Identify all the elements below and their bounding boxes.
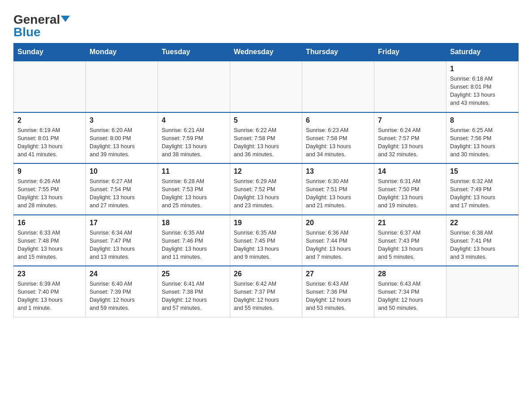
day-info: Sunrise: 6:35 AM Sunset: 7:45 PM Dayligh… (234, 229, 298, 261)
calendar-cell: 16Sunrise: 6:33 AM Sunset: 7:48 PM Dayli… (14, 215, 86, 266)
calendar-cell: 11Sunrise: 6:28 AM Sunset: 7:53 PM Dayli… (158, 163, 230, 215)
day-info: Sunrise: 6:43 AM Sunset: 7:36 PM Dayligh… (306, 280, 370, 313)
calendar-cell (302, 61, 374, 112)
day-info: Sunrise: 6:43 AM Sunset: 7:34 PM Dayligh… (378, 280, 442, 313)
day-info: Sunrise: 6:27 AM Sunset: 7:54 PM Dayligh… (90, 177, 154, 210)
day-info: Sunrise: 6:25 AM Sunset: 7:56 PM Dayligh… (450, 126, 515, 159)
day-info: Sunrise: 6:19 AM Sunset: 8:01 PM Dayligh… (17, 126, 82, 159)
day-number: 25 (162, 270, 226, 278)
day-number: 20 (306, 219, 370, 227)
day-info: Sunrise: 6:38 AM Sunset: 7:41 PM Dayligh… (450, 229, 515, 261)
day-number: 4 (162, 116, 226, 124)
calendar-cell: 18Sunrise: 6:35 AM Sunset: 7:46 PM Dayli… (158, 215, 230, 266)
calendar-cell: 23Sunrise: 6:39 AM Sunset: 7:40 PM Dayli… (14, 266, 86, 317)
calendar-cell: 5Sunrise: 6:22 AM Sunset: 7:58 PM Daylig… (230, 112, 302, 164)
day-number: 5 (234, 116, 298, 124)
page-header: General Blue (13, 9, 519, 39)
day-number: 1 (450, 65, 515, 73)
day-info: Sunrise: 6:32 AM Sunset: 7:49 PM Dayligh… (450, 177, 515, 210)
day-number: 23 (17, 270, 82, 278)
calendar-table: SundayMondayTuesdayWednesdayThursdayFrid… (13, 43, 519, 317)
calendar-cell (158, 61, 230, 112)
day-info: Sunrise: 6:22 AM Sunset: 7:58 PM Dayligh… (234, 126, 298, 159)
calendar-cell (14, 61, 86, 112)
calendar-cell (230, 61, 302, 112)
day-number: 24 (90, 270, 154, 278)
day-info: Sunrise: 6:21 AM Sunset: 7:59 PM Dayligh… (162, 126, 226, 159)
calendar-week-2: 2Sunrise: 6:19 AM Sunset: 8:01 PM Daylig… (14, 112, 519, 164)
day-info: Sunrise: 6:23 AM Sunset: 7:58 PM Dayligh… (306, 126, 370, 159)
day-info: Sunrise: 6:31 AM Sunset: 7:50 PM Dayligh… (378, 177, 442, 210)
calendar-cell (374, 61, 446, 112)
day-info: Sunrise: 6:37 AM Sunset: 7:43 PM Dayligh… (378, 229, 442, 261)
day-info: Sunrise: 6:33 AM Sunset: 7:48 PM Dayligh… (17, 229, 82, 261)
calendar-cell: 19Sunrise: 6:35 AM Sunset: 7:45 PM Dayli… (230, 215, 302, 266)
weekday-header-wednesday: Wednesday (230, 43, 302, 61)
calendar-cell: 27Sunrise: 6:43 AM Sunset: 7:36 PM Dayli… (302, 266, 374, 317)
day-info: Sunrise: 6:18 AM Sunset: 8:01 PM Dayligh… (450, 75, 515, 107)
calendar-cell: 20Sunrise: 6:36 AM Sunset: 7:44 PM Dayli… (302, 215, 374, 266)
weekday-header-monday: Monday (86, 43, 158, 61)
logo-triangle-icon (61, 16, 70, 22)
day-info: Sunrise: 6:39 AM Sunset: 7:40 PM Dayligh… (17, 280, 82, 313)
day-number: 6 (306, 116, 370, 124)
calendar-cell (86, 61, 158, 112)
day-number: 26 (234, 270, 298, 278)
day-number: 22 (450, 219, 515, 227)
calendar-cell: 8Sunrise: 6:25 AM Sunset: 7:56 PM Daylig… (446, 112, 519, 164)
calendar-cell (446, 266, 519, 317)
weekday-header-sunday: Sunday (14, 43, 86, 61)
calendar-cell: 17Sunrise: 6:34 AM Sunset: 7:47 PM Dayli… (86, 215, 158, 266)
calendar-cell: 15Sunrise: 6:32 AM Sunset: 7:49 PM Dayli… (446, 163, 519, 215)
day-number: 19 (234, 219, 298, 227)
calendar-body: 1Sunrise: 6:18 AM Sunset: 8:01 PM Daylig… (14, 61, 519, 317)
calendar-cell: 24Sunrise: 6:40 AM Sunset: 7:39 PM Dayli… (86, 266, 158, 317)
day-number: 10 (90, 167, 154, 176)
day-number: 9 (17, 167, 82, 176)
day-number: 11 (162, 167, 226, 176)
day-info: Sunrise: 6:28 AM Sunset: 7:53 PM Dayligh… (162, 177, 226, 210)
calendar-header: SundayMondayTuesdayWednesdayThursdayFrid… (14, 43, 519, 61)
calendar-cell: 12Sunrise: 6:29 AM Sunset: 7:52 PM Dayli… (230, 163, 302, 215)
calendar-cell: 2Sunrise: 6:19 AM Sunset: 8:01 PM Daylig… (14, 112, 86, 164)
day-info: Sunrise: 6:20 AM Sunset: 8:00 PM Dayligh… (90, 126, 154, 159)
logo-text: General (13, 13, 70, 26)
day-info: Sunrise: 6:26 AM Sunset: 7:55 PM Dayligh… (17, 177, 82, 210)
calendar-cell: 10Sunrise: 6:27 AM Sunset: 7:54 PM Dayli… (86, 163, 158, 215)
day-number: 2 (17, 116, 82, 124)
day-info: Sunrise: 6:30 AM Sunset: 7:51 PM Dayligh… (306, 177, 370, 210)
weekday-header-saturday: Saturday (446, 43, 519, 61)
calendar-cell: 14Sunrise: 6:31 AM Sunset: 7:50 PM Dayli… (374, 163, 446, 215)
logo: General Blue (13, 13, 70, 39)
calendar-cell: 4Sunrise: 6:21 AM Sunset: 7:59 PM Daylig… (158, 112, 230, 164)
calendar-cell: 3Sunrise: 6:20 AM Sunset: 8:00 PM Daylig… (86, 112, 158, 164)
day-number: 14 (378, 167, 442, 176)
calendar-week-1: 1Sunrise: 6:18 AM Sunset: 8:01 PM Daylig… (14, 61, 519, 112)
day-info: Sunrise: 6:40 AM Sunset: 7:39 PM Dayligh… (90, 280, 154, 313)
day-info: Sunrise: 6:24 AM Sunset: 7:57 PM Dayligh… (378, 126, 442, 159)
calendar-cell: 26Sunrise: 6:42 AM Sunset: 7:37 PM Dayli… (230, 266, 302, 317)
day-info: Sunrise: 6:29 AM Sunset: 7:52 PM Dayligh… (234, 177, 298, 210)
day-number: 8 (450, 116, 515, 124)
day-number: 16 (17, 219, 82, 227)
calendar-cell: 25Sunrise: 6:41 AM Sunset: 7:38 PM Dayli… (158, 266, 230, 317)
weekday-header-friday: Friday (374, 43, 446, 61)
weekday-header-row: SundayMondayTuesdayWednesdayThursdayFrid… (14, 43, 519, 61)
calendar-cell: 28Sunrise: 6:43 AM Sunset: 7:34 PM Dayli… (374, 266, 446, 317)
day-number: 15 (450, 167, 515, 176)
day-number: 12 (234, 167, 298, 176)
logo-blue: Blue (13, 26, 41, 39)
day-info: Sunrise: 6:42 AM Sunset: 7:37 PM Dayligh… (234, 280, 298, 313)
day-info: Sunrise: 6:36 AM Sunset: 7:44 PM Dayligh… (306, 229, 370, 261)
weekday-header-tuesday: Tuesday (158, 43, 230, 61)
calendar-cell: 7Sunrise: 6:24 AM Sunset: 7:57 PM Daylig… (374, 112, 446, 164)
day-number: 28 (378, 270, 442, 278)
day-number: 7 (378, 116, 442, 124)
day-info: Sunrise: 6:35 AM Sunset: 7:46 PM Dayligh… (162, 229, 226, 261)
day-number: 27 (306, 270, 370, 278)
day-number: 21 (378, 219, 442, 227)
calendar-week-4: 16Sunrise: 6:33 AM Sunset: 7:48 PM Dayli… (14, 215, 519, 266)
day-number: 18 (162, 219, 226, 227)
day-info: Sunrise: 6:34 AM Sunset: 7:47 PM Dayligh… (90, 229, 154, 261)
day-number: 3 (90, 116, 154, 124)
